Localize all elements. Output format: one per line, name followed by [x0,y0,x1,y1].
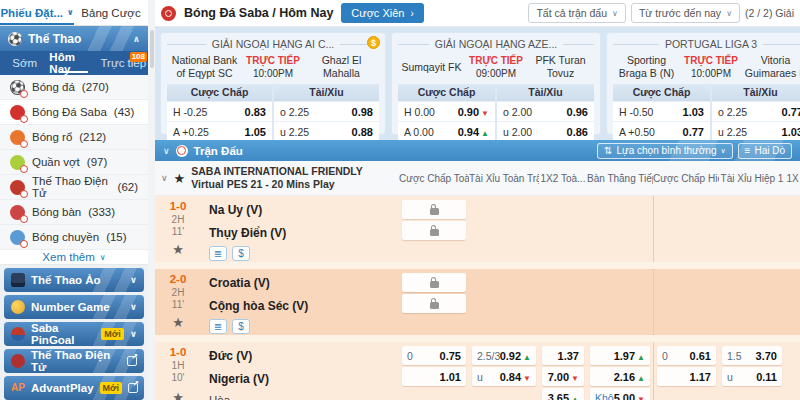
odds-cell[interactable]: A +0.25 1.05 [167,121,272,140]
featured-league-cards: GIẢI NGOẠI HẠNG AI C... $ National Bank … [155,27,800,140]
odds-cell[interactable]: H -0.50 1.03 [613,101,710,121]
odds-label: Không ... [595,392,614,400]
odds-cell[interactable]: 1.01 [402,367,466,386]
panel-esports[interactable]: Thế Thao Điện Tử [4,349,144,373]
match-teams: Na Uy (V) Thụy Điển (V) ≣ $ [201,196,399,262]
sidebar-scrollbar[interactable] [148,0,155,400]
odds-value: 1.17 [690,371,711,383]
match-period: 2H [172,287,185,299]
odds-cell[interactable]: 7.00 [542,367,584,386]
cashout-icon[interactable]: $ [232,246,250,261]
league-card: PORTUGAL LIGA 3 Sporting Braga B (N) TRỰ… [606,32,800,135]
odds-value: 3.70 [756,350,777,362]
odds-cell[interactable]: u 2.25 0.88 [274,121,379,140]
kickoff-info: TRỰC TIẾP 10:00PM [242,54,304,80]
panel-number-game[interactable]: Number Game ∨ [4,295,144,319]
sport-label: Bóng chuyền [32,231,99,243]
match-teams: Croatia (V) Cộng hòa Séc (V) ≣ $ [201,269,399,335]
odds-cell[interactable]: Không ... 5.00 [590,388,650,400]
sidebar: Phiếu Đặt... ∨ Bảng Cược ⚽ Thế Thao ∧ Sớ… [0,0,148,400]
parlay-button[interactable]: Cược Xiên › [341,3,423,23]
odds-cell[interactable]: 1.97 [590,346,650,365]
odds-cell[interactable]: o 2.00 0.96 [497,101,594,121]
sidebar-item-table-tennis[interactable]: Bóng bàn (333) [0,200,148,225]
odds-cell[interactable]: u 2.25 1.03 [712,121,800,140]
time-filter-dropdown[interactable]: Từ trước đến nay ∨ [631,3,740,23]
live-label: TRỰC TIẾP [469,55,523,66]
ft-1x2-column [539,196,587,262]
sort-dropdown[interactable]: ⇅ Lựa chọn bình thường ∨ [597,143,733,159]
panel-virtual-sports[interactable]: Thế Thao Ảo ∨ [4,268,144,292]
h1-over-under-column: 1.5 3.70 u 0.11 [719,342,785,400]
stats-icon[interactable]: ≣ [209,319,227,334]
odds-value: 0.84 [500,371,521,383]
odds-label: o 2.00 [503,106,532,118]
ft-over-under-column [469,196,539,262]
match-info: 1-0 1H 10' ★ [155,342,201,400]
odds-cell[interactable]: u 0.84 [472,367,536,386]
chevron-right-icon: › [410,8,413,19]
subtab-early[interactable]: Sớm [0,51,49,75]
volleyball-icon [10,230,25,245]
odds-cell[interactable]: 0 0.75 [402,346,466,365]
over-under-header: Tài/Xỉu [712,84,800,101]
tab-bet-slip[interactable]: Phiếu Đặt... ∨ [0,0,74,25]
sidebar-item-esports[interactable]: Thế Thao Điện Tử (62) [0,175,148,200]
odds-cell[interactable]: 0 0.61 [657,346,716,365]
sports-section-header[interactable]: ⚽ Thế Thao ∧ [0,26,148,51]
panel-label: Thế Thao Ảo [31,274,101,286]
page-title: Bóng Đá Saba / Hôm Nay [184,6,333,20]
stats-icon[interactable]: ≣ [209,246,227,261]
scrollbar-thumb[interactable] [150,30,154,68]
view-mode-button[interactable]: ≡ Hai Dò [738,143,792,159]
sidebar-item-saba-soccer[interactable]: Bóng Đá Saba (43) [0,100,148,125]
odds-label: 2.5/3 [477,350,500,362]
sidebar-item-tennis[interactable]: Quần vợt (97) [0,150,148,175]
match-tools: ≣ $ [201,317,399,335]
odds-label: A 0.00 [404,126,434,138]
away-team-name: Nigeria (V) [201,367,399,390]
odds-cell[interactable]: H 0.00 0.90 [398,101,495,121]
odds-cell[interactable]: u 0.11 [722,367,782,386]
odds-cell[interactable]: 3.65 [542,388,584,400]
odds-cell[interactable]: 1.17 [657,367,716,386]
odds-cell[interactable]: o 2.25 0.77 [712,101,800,121]
league-card: GIẢI NGOẠI HẠNG AI C... $ National Bank … [160,32,386,135]
panel-advantplay[interactable]: AP AdvantPlay Mới [4,376,144,400]
favorite-star-icon[interactable]: ★ [172,390,184,400]
away-team-name: Vitoria Guimaraes B [742,54,800,79]
odds-cell[interactable]: u 2.00 0.86 [497,121,594,140]
odds-cell[interactable]: 1.37 [542,346,584,365]
match-filter-dropdown[interactable]: Tất cả trận đấu ∨ [528,3,625,23]
league-section-left[interactable]: ∨ ★ SABA INTERNATIONAL FRIENDLY Virtual … [155,165,399,191]
odds-cell[interactable]: 1.5 3.70 [722,346,782,365]
tab-bet-list[interactable]: Bảng Cược [74,0,148,25]
odds-cell[interactable]: A 0.00 0.94 [398,121,495,140]
odds-cell[interactable]: H -0.25 0.83 [167,101,272,121]
odds-cell[interactable]: 2.16 [590,367,650,386]
sidebar-item-soccer[interactable]: ⚽ Bóng đá (270) [0,75,148,100]
odds-label: u [477,371,483,383]
subtab-live[interactable]: Trực tiếp 108 [99,51,148,75]
favorite-star-icon[interactable]: ★ [172,242,184,258]
favorite-star-icon[interactable]: ★ [174,171,186,186]
chevron-down-icon: ∨ [612,9,618,18]
odds-cell[interactable]: 2.5/3 0.92 [472,346,536,365]
chevron-down-icon: ∨ [161,173,168,183]
column-header-h1-1x2: 1X [785,173,800,184]
sidebar-item-volleyball[interactable]: Bóng chuyền (15) [0,225,148,250]
sidebar-item-basketball[interactable]: Bóng rổ (212) [0,125,148,150]
odds-label: 0 [407,350,413,362]
panel-saba-pingoal[interactable]: Saba PinGoal Mới ∨ [4,322,144,346]
cashout-icon[interactable]: $ [232,319,250,334]
odds-cell[interactable]: o 2.25 0.98 [274,101,379,121]
row-separator [155,335,800,342]
match-minute: 10' [171,372,184,384]
chevron-down-icon[interactable]: ∨ [163,146,170,156]
subtab-today[interactable]: Hôm Nay [49,51,98,75]
home-team-name: Sporting Braga B (N) [613,54,680,79]
favorite-star-icon[interactable]: ★ [172,315,184,331]
league-card-teams: National Bank of Eqypt SC TRỰC TIẾP 10:0… [167,53,379,81]
odds-cell[interactable]: A +0.50 0.77 [613,121,710,140]
see-more-link[interactable]: Xem thêm ∨ [0,250,148,265]
